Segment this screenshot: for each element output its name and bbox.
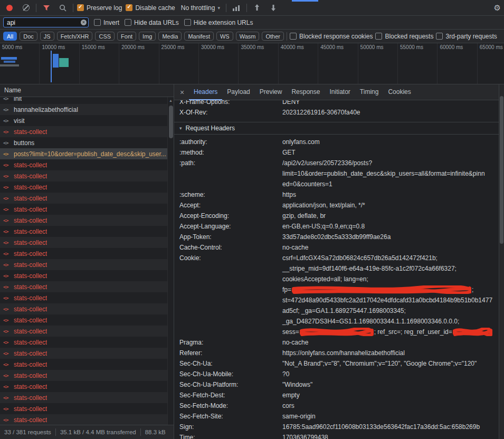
hide-extension-urls-checkbox[interactable] xyxy=(184,19,191,26)
blocked-response-cookies-toggle[interactable]: Blocked response cookies xyxy=(290,33,373,40)
header-value-text: limit=10&order=publish_date_desc&skip_us… xyxy=(282,168,485,179)
type-filter-js[interactable]: JS xyxy=(40,32,54,41)
header-value-text: _ga_D4827DS3H4=GS1.1.1698003344.1.1.1698… xyxy=(282,316,459,327)
tab-initiator[interactable]: Initiator xyxy=(325,84,355,100)
filter-toggle-button[interactable] xyxy=(40,2,53,14)
timeline-column: 5000 ms xyxy=(0,43,40,84)
header-value-text: "Windows" xyxy=(282,379,312,390)
request-row[interactable]: <>stats-collect xyxy=(0,337,167,348)
request-row[interactable]: <>posts?limit=10&order=publish_date_desc… xyxy=(0,148,167,159)
request-row[interactable]: <>stats-collect xyxy=(0,359,167,370)
request-row[interactable]: <>stats-collect xyxy=(0,126,167,137)
third-party-requests-toggle[interactable]: 3rd-party requests xyxy=(436,33,497,40)
type-filter-doc[interactable]: Doc xyxy=(20,32,37,41)
disable-cache-checkbox[interactable] xyxy=(126,4,132,11)
preserve-log-checkbox[interactable] xyxy=(77,4,84,11)
scrollbar-thumb[interactable] xyxy=(169,106,173,138)
type-filter-css[interactable]: CSS xyxy=(95,32,115,41)
request-name: stats-collect xyxy=(14,184,47,191)
blocked-response-cookies-checkbox[interactable] xyxy=(290,33,297,40)
type-filter-fetch-xhr[interactable]: Fetch/XHR xyxy=(57,32,93,41)
tab-timing[interactable]: Timing xyxy=(355,84,384,100)
network-conditions-button[interactable] xyxy=(230,2,243,14)
hide-data-urls-toggle[interactable]: Hide data URLs xyxy=(125,19,179,26)
request-list-scrollbar[interactable]: ▲ xyxy=(167,97,174,425)
tab-response[interactable]: Response xyxy=(287,84,325,100)
type-filter-ws[interactable]: WS xyxy=(216,32,233,41)
request-row[interactable]: <>stats-collect xyxy=(0,370,167,381)
invert-toggle[interactable]: Invert xyxy=(94,19,119,26)
type-filter-media[interactable]: Media xyxy=(158,32,182,41)
detail-scrollbar-thumb[interactable] xyxy=(500,96,503,244)
search-button[interactable] xyxy=(56,2,69,14)
request-row[interactable]: <>buttons xyxy=(0,137,167,148)
error-file-icon: <> xyxy=(3,206,11,212)
tab-cookies[interactable]: Cookies xyxy=(383,84,415,100)
request-row[interactable]: <>stats-collect xyxy=(0,248,167,259)
request-row[interactable]: <>hannahelizabethofficial xyxy=(0,104,167,115)
header-value-line: st=472d48a90d5433bfc2a2d17042e4dfdcafd31… xyxy=(282,295,495,306)
request-row[interactable]: <>stats-collect xyxy=(0,348,167,359)
request-row[interactable]: <>stats-collect xyxy=(0,159,167,170)
third-party-requests-checkbox[interactable] xyxy=(436,33,443,40)
overview-timeline[interactable]: 5000 ms10000 ms15000 ms20000 ms25000 ms3… xyxy=(0,43,504,84)
clear-icon xyxy=(23,4,30,11)
request-row[interactable]: <>visit xyxy=(0,115,167,126)
request-row[interactable]: <>stats-collect xyxy=(0,326,167,337)
request-row[interactable]: <>stats-collect xyxy=(0,281,167,292)
tab-payload[interactable]: Payload xyxy=(222,84,254,100)
type-filter-other[interactable]: Other xyxy=(262,32,284,41)
filter-input[interactable] xyxy=(3,17,89,27)
request-row[interactable]: <>stats-collect xyxy=(0,303,167,314)
request-headers-section[interactable]: ▾ Request Headers xyxy=(174,122,499,135)
preserve-log-toggle[interactable]: Preserve log xyxy=(77,4,122,12)
error-file-icon: <> xyxy=(3,129,11,135)
request-row[interactable]: <>stats-collect xyxy=(0,226,167,237)
throttling-value: No throttling xyxy=(181,4,215,12)
request-row[interactable]: <>stats-collect xyxy=(0,314,167,326)
request-row[interactable]: <>stats-collect xyxy=(0,292,167,303)
request-row[interactable]: <>stats-collect xyxy=(0,381,167,392)
export-har-button[interactable] xyxy=(267,2,280,14)
header-value: 1703636799438 xyxy=(282,432,499,439)
detail-scrollbar[interactable] xyxy=(499,84,504,439)
request-row[interactable]: <>stats-collect xyxy=(0,270,167,281)
disable-cache-toggle[interactable]: Disable cache xyxy=(126,4,175,12)
blocked-requests-checkbox[interactable] xyxy=(375,33,382,40)
request-row[interactable]: <>stats-collect xyxy=(0,392,167,403)
type-filter-wasm[interactable]: Wasm xyxy=(236,32,260,41)
header-value: ?0 xyxy=(282,369,499,379)
invert-checkbox[interactable] xyxy=(94,19,101,26)
type-filter-img[interactable]: Img xyxy=(139,32,156,41)
type-filter-font[interactable]: Font xyxy=(117,32,136,41)
request-row[interactable]: <>stats-collect xyxy=(0,182,167,193)
request-row[interactable]: <>stats-collect xyxy=(0,204,167,215)
import-har-button[interactable] xyxy=(251,2,263,14)
request-row[interactable]: <>stats-collect xyxy=(0,237,167,248)
blocked-requests-toggle[interactable]: Blocked requests xyxy=(375,33,433,40)
hide-data-urls-checkbox[interactable] xyxy=(125,19,131,26)
request-row[interactable]: <>stats-collect xyxy=(0,215,167,226)
hide-extension-urls-toggle[interactable]: Hide extension URLs xyxy=(184,19,253,26)
request-row[interactable]: <>stats-collect xyxy=(0,259,167,270)
type-filter-all[interactable]: All xyxy=(3,32,17,41)
blocked-requests-label: Blocked requests xyxy=(385,33,433,40)
request-row[interactable]: <>stats-collect xyxy=(0,170,167,182)
disable-cache-label: Disable cache xyxy=(135,4,175,12)
request-row[interactable]: <>stats-collect xyxy=(0,193,167,204)
type-filter-manifest[interactable]: Manifest xyxy=(184,32,214,41)
tab-preview[interactable]: Preview xyxy=(255,84,287,100)
request-row[interactable]: <>stats-collect xyxy=(0,414,167,425)
scrollbar-up-icon[interactable]: ▲ xyxy=(168,97,174,102)
throttling-dropdown[interactable]: No throttling ▾ xyxy=(179,3,222,13)
clear-filter-icon[interactable]: × xyxy=(81,20,87,25)
clear-button[interactable] xyxy=(20,2,32,14)
request-row[interactable]: <>stats-collect xyxy=(0,403,167,414)
name-column-header[interactable]: Name xyxy=(0,84,174,97)
tab-headers[interactable]: Headers xyxy=(189,84,222,100)
request-row[interactable]: <>init xyxy=(0,97,167,104)
header-name: Sign: xyxy=(179,422,282,432)
record-button[interactable] xyxy=(3,2,16,14)
settings-gear-icon[interactable]: ⚙ xyxy=(494,3,501,13)
close-icon[interactable]: × xyxy=(176,88,188,97)
